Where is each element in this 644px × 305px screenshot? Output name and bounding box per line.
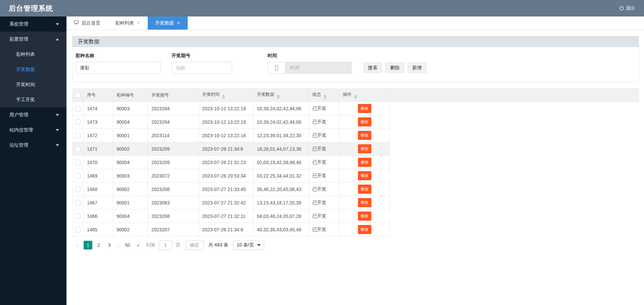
- edit-button[interactable]: 修改: [358, 171, 371, 180]
- edit-button[interactable]: 修改: [358, 185, 371, 194]
- edit-button[interactable]: 修改: [358, 144, 371, 153]
- page-number-3[interactable]: 3: [105, 241, 114, 250]
- close-icon[interactable]: ✕: [137, 21, 140, 26]
- sort-icon[interactable]: [277, 95, 280, 99]
- main-area: 后台首页彩种列表✕开奖数据✕ 开奖数据 彩种名称 开奖期号 时间 时间: [66, 16, 644, 305]
- row-checkbox[interactable]: [75, 133, 81, 138]
- tab-彩种列表[interactable]: 彩种列表✕: [108, 16, 148, 30]
- row-filler-cell: [390, 223, 639, 236]
- row-checkbox[interactable]: [75, 187, 81, 192]
- edit-button[interactable]: 修改: [358, 158, 371, 167]
- cell-draw_time: 2023-07-28 21:31:23: [199, 156, 254, 169]
- cell-action: 修改: [339, 156, 390, 169]
- row-checkbox[interactable]: [75, 160, 81, 165]
- cell-seq: 1474: [84, 102, 113, 115]
- column-header-开奖时间[interactable]: 开奖时间: [199, 89, 254, 102]
- cell-issue: 2023208: [148, 209, 199, 223]
- sidebar-subitem-开奖时间[interactable]: 开奖时间: [0, 77, 66, 92]
- cell-seq: 1472: [84, 129, 113, 142]
- row-checkbox[interactable]: [75, 119, 81, 125]
- issue-input[interactable]: [172, 62, 232, 74]
- goto-page-input[interactable]: [159, 240, 172, 250]
- row-checkbox[interactable]: [75, 227, 81, 232]
- results-table-wrap: 序号彩种编号开奖期号开奖时间开奖数据状态操作 14749000320232842…: [72, 88, 639, 250]
- sidebar-group: 彩票管理彩种列表开奖数据开奖时间手工开奖: [0, 32, 66, 107]
- edit-button[interactable]: 修改: [358, 131, 371, 140]
- close-icon[interactable]: ✕: [177, 21, 180, 26]
- sidebar-item-label: 论坛管理: [9, 142, 28, 148]
- search-button[interactable]: 搜索: [363, 63, 382, 73]
- time-picker[interactable]: 时间: [268, 62, 352, 74]
- page-size-select[interactable]: 10 条/页: [233, 240, 264, 250]
- cell-draw_time: 2023-10-12 13:22:19: [199, 102, 254, 115]
- next-page-icon[interactable]: ›: [134, 241, 143, 250]
- lottery-name-input[interactable]: [76, 62, 161, 74]
- row-checkbox[interactable]: [75, 214, 81, 219]
- logout-button[interactable]: 退出: [619, 5, 635, 11]
- sidebar: 系统管理彩票管理彩种列表开奖数据开奖时间手工开奖用户管理站内信管理论坛管理: [0, 16, 66, 305]
- sidebar-item-系统管理[interactable]: 系统管理: [0, 16, 66, 32]
- sidebar-item-站内信管理[interactable]: 站内信管理: [0, 122, 66, 138]
- sidebar-item-彩票管理[interactable]: 彩票管理: [0, 32, 66, 47]
- field-issue: 开奖期号: [172, 53, 232, 74]
- search-form: 彩种名称 开奖期号 时间 时间 搜索 删除 新增: [73, 47, 639, 82]
- sidebar-item-用户管理[interactable]: 用户管理: [0, 107, 66, 122]
- tab-后台首页[interactable]: 后台首页: [66, 16, 108, 30]
- cell-seq: 1471: [84, 142, 113, 156]
- sidebar-subitem-手工开奖[interactable]: 手工开奖: [0, 92, 66, 107]
- select-all-cell: [73, 89, 84, 102]
- goto-confirm-button[interactable]: 确定: [186, 240, 204, 250]
- sidebar-item-论坛管理[interactable]: 论坛管理: [0, 138, 66, 153]
- header-filler-cell: [390, 89, 639, 102]
- pagination: ‹ 123...50 › 到第 页 确定 共 493 条 10 条/页: [73, 240, 639, 250]
- cell-status: 已开奖: [309, 156, 339, 169]
- page-number-1[interactable]: 1: [84, 241, 92, 250]
- edit-button[interactable]: 修改: [358, 117, 371, 126]
- edit-button[interactable]: 修改: [358, 198, 371, 207]
- cell-issue: 2023284: [148, 102, 199, 115]
- edit-button[interactable]: 修改: [358, 104, 371, 113]
- select-all-checkbox[interactable]: [75, 92, 81, 98]
- sort-icon[interactable]: [324, 95, 326, 99]
- delete-button[interactable]: 删除: [385, 63, 404, 73]
- add-button[interactable]: 新增: [408, 63, 426, 73]
- row-checkbox[interactable]: [75, 200, 81, 205]
- sort-icon[interactable]: [354, 95, 357, 99]
- page-number-50[interactable]: 50: [123, 241, 132, 250]
- table-row: 14689000220232082023-07-27 21:33:4535,46…: [73, 183, 639, 196]
- table-row: 14729000120231142023-10-12 13:22:1812,23…: [73, 129, 639, 142]
- cell-action: 修改: [339, 209, 390, 223]
- cell-status: 已开奖: [309, 142, 339, 156]
- cell-action: 修改: [339, 102, 390, 115]
- column-header-操作[interactable]: 操作: [339, 89, 390, 102]
- row-checkbox[interactable]: [75, 106, 81, 111]
- cell-draw_data: 02,03,19,42,39,48,40: [254, 156, 309, 169]
- row-checkbox[interactable]: [75, 146, 81, 152]
- cell-issue: 2023284: [148, 115, 199, 129]
- tab-开奖数据[interactable]: 开奖数据✕: [148, 16, 188, 30]
- edit-button[interactable]: 修改: [358, 212, 371, 221]
- sort-icon[interactable]: [222, 95, 225, 99]
- prev-page-icon[interactable]: ‹: [73, 241, 82, 250]
- cell-draw_data: 12,23,39,01,34,22,30: [254, 129, 309, 142]
- row-checkbox-cell: [73, 156, 84, 169]
- column-header-状态[interactable]: 状态: [309, 89, 339, 102]
- column-header-开奖数据[interactable]: 开奖数据: [254, 89, 309, 102]
- row-checkbox[interactable]: [75, 173, 81, 179]
- sidebar-group: 站内信管理: [0, 122, 66, 138]
- tab-label: 彩种列表: [115, 20, 134, 26]
- panel-title: 开奖数据: [73, 36, 639, 47]
- edit-button[interactable]: 修改: [358, 225, 371, 234]
- cell-seq: 1465: [84, 223, 113, 236]
- sidebar-subitem-开奖数据[interactable]: 开奖数据: [0, 62, 66, 77]
- cell-status: 已开奖: [309, 223, 339, 236]
- logout-label: 退出: [626, 5, 635, 11]
- table-header-row: 序号彩种编号开奖期号开奖时间开奖数据状态操作: [73, 89, 639, 102]
- sidebar-subitem-彩种列表[interactable]: 彩种列表: [0, 47, 66, 62]
- column-header-开奖期号: 开奖期号: [148, 89, 199, 102]
- page-number-2[interactable]: 2: [94, 241, 103, 250]
- column-label: 状态: [312, 92, 321, 97]
- cell-status: 已开奖: [309, 129, 339, 142]
- chevron-down-icon: [56, 114, 59, 116]
- cell-action: 修改: [339, 115, 390, 129]
